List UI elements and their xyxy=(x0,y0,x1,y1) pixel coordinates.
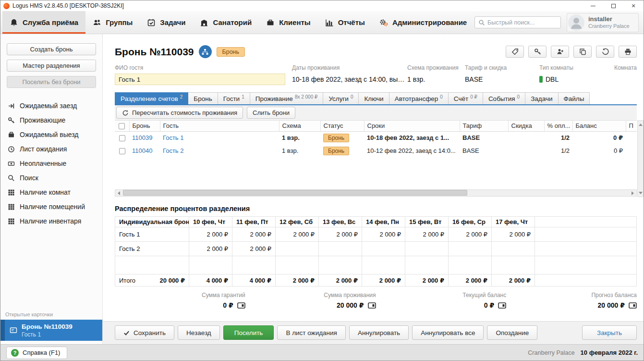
close-button[interactable]: × xyxy=(623,0,644,11)
col-header-notes[interactable]: П xyxy=(626,121,637,131)
scrollbar-track[interactable] xyxy=(122,190,629,196)
open-card-booking-110039[interactable]: Бронь №110039 Гость 1 xyxy=(0,320,102,341)
cancel-all-button[interactable]: Аннулировать все xyxy=(412,325,484,340)
search-input[interactable] xyxy=(487,19,557,26)
person-add-icon xyxy=(557,48,564,55)
keys-button[interactable] xyxy=(528,46,547,58)
save-button[interactable]: Сохранить xyxy=(115,325,174,340)
sidebar-item-waiting-list[interactable]: Лист ожидания xyxy=(0,142,102,156)
nav-item-groups[interactable]: Группы xyxy=(85,11,140,34)
guest-link[interactable]: Гость 2 xyxy=(163,147,183,154)
grid-icon xyxy=(8,218,15,225)
nav-item-clients[interactable]: Клиенты xyxy=(259,11,317,34)
nav-item-front-office[interactable]: Служба приёма xyxy=(2,11,85,34)
col-header-status[interactable]: Статус xyxy=(320,121,364,131)
col-header-dates[interactable]: Сроки xyxy=(364,121,460,131)
print-button[interactable] xyxy=(619,46,637,58)
grid-icon xyxy=(8,189,15,196)
row-checkbox[interactable] xyxy=(119,135,125,141)
tab-keys[interactable]: Ключи xyxy=(358,92,389,104)
select-all-checkbox[interactable] xyxy=(119,123,125,129)
cancel-button[interactable]: Аннулировать xyxy=(349,325,409,340)
col-header-booking[interactable]: Бронь xyxy=(129,121,160,131)
tag-button[interactable] xyxy=(506,46,524,58)
split-wizard-button[interactable]: Мастер разделения xyxy=(7,60,96,72)
history-button[interactable] xyxy=(596,46,614,58)
booking-number-link[interactable]: 110039 xyxy=(132,134,152,141)
sidebar-item-search[interactable]: Поиск xyxy=(0,171,102,185)
sidebar-item-inventory-availability[interactable]: Наличие инвентаря xyxy=(0,214,102,228)
room-label: Комната xyxy=(614,64,637,71)
booking-number-link[interactable]: 110040 xyxy=(132,147,152,154)
tab-guests[interactable]: Гости1 xyxy=(218,92,250,104)
merge-bookings-button[interactable]: Слить брони xyxy=(247,107,295,119)
tab-services[interactable]: Услуги0 xyxy=(323,92,359,104)
check-in-button[interactable]: Поселить xyxy=(223,325,274,340)
sidebar-item-inhouse[interactable]: Проживающие xyxy=(0,113,102,127)
horizontal-scrollbar[interactable] xyxy=(115,189,637,197)
tab-events[interactable]: События0 xyxy=(483,92,525,104)
tab-autotransfer[interactable]: Автотрансфер0 xyxy=(389,92,449,104)
select-all-cell xyxy=(115,121,129,131)
col-header-balance[interactable]: Баланс xyxy=(572,121,626,131)
scroll-up-button[interactable] xyxy=(638,122,643,127)
tab-accommodation[interactable]: Проживание8х 2 000 ₽ xyxy=(250,92,324,104)
nav-item-sanatorium[interactable]: Санаторий xyxy=(193,11,259,34)
minimize-button[interactable] xyxy=(583,0,603,11)
col-header-tariff[interactable]: Тариф xyxy=(460,121,508,131)
calendar-check-icon xyxy=(147,18,156,27)
col-header-scheme[interactable]: Схема xyxy=(279,121,320,131)
sidebar-item-expected-arrival[interactable]: Ожидаемый заезд xyxy=(0,99,102,113)
table-row[interactable]: 110040 Гость 2 1 взр. Бронь 10-12 фев 20… xyxy=(115,144,637,157)
col-header-paid-pct[interactable]: % опл... xyxy=(544,121,572,131)
room-field[interactable]: Комната xyxy=(611,64,637,85)
tab-booking[interactable]: Бронь xyxy=(188,92,218,104)
guarantee-details-button[interactable] xyxy=(237,302,245,309)
accommodation-details-button[interactable] xyxy=(368,302,376,309)
scrollbar-thumb[interactable] xyxy=(123,190,467,196)
table-row[interactable]: 110039 Гость 1 1 взр. Бронь 10-18 фев 20… xyxy=(115,131,637,144)
room-type-field[interactable]: Тип комнаты DBL xyxy=(539,64,611,85)
stay-dates-field[interactable]: Даты проживания 10-18 фев 2022, заезд с … xyxy=(292,64,407,85)
scroll-left-button[interactable] xyxy=(115,190,122,196)
copy-button[interactable] xyxy=(573,46,592,58)
scroll-right-button[interactable] xyxy=(629,190,636,196)
no-show-button[interactable]: Незаезд xyxy=(178,325,220,340)
nav-item-reports[interactable]: Отчёты xyxy=(318,11,372,34)
user-menu[interactable]: installer Cranberry Palace xyxy=(567,13,639,32)
col-header-discount[interactable]: Скидка xyxy=(508,121,544,131)
guest-link[interactable]: Гость 1 xyxy=(163,134,183,141)
close-card-button[interactable]: Закрыть xyxy=(582,325,637,340)
create-booking-button[interactable]: Создать бронь xyxy=(7,43,96,55)
tab-bill-split[interactable]: Разделение счетов2 xyxy=(115,92,188,104)
maximize-button[interactable] xyxy=(603,0,623,11)
checkin-without-booking-button[interactable]: Поселить без брони xyxy=(7,76,96,88)
scroll-down-button[interactable] xyxy=(638,190,643,195)
recalculate-cost-button[interactable]: Пересчитать стоимость проживания xyxy=(116,107,243,119)
vertical-scrollbar[interactable] xyxy=(637,120,644,197)
row-checkbox[interactable] xyxy=(119,148,125,154)
action-bar: Сохранить Незаезд Поселить В лист ожидан… xyxy=(103,321,644,344)
sidebar-item-expected-departure[interactable]: Ожидаемый выезд xyxy=(0,127,102,142)
col-header-guest[interactable]: Гость xyxy=(160,121,279,131)
current-balance-details-button[interactable] xyxy=(498,302,506,309)
sidebar-item-premises-availability[interactable]: Наличие помещений xyxy=(0,199,102,214)
guest-name-input[interactable] xyxy=(115,74,285,85)
sidebar-item-unpaid[interactable]: Неоплаченные xyxy=(0,156,102,171)
copy-icon xyxy=(579,48,586,55)
waiting-list-button[interactable]: В лист ожидания xyxy=(277,325,345,340)
nav-item-administration[interactable]: Администрирование xyxy=(372,11,474,34)
stay-scheme-field[interactable]: Схема проживания 1 взр. xyxy=(407,64,465,85)
late-button[interactable]: Опоздание xyxy=(487,325,537,340)
help-button[interactable]: ? Справка (F1) xyxy=(6,347,67,359)
help-icon: ? xyxy=(11,349,19,357)
nav-item-tasks[interactable]: Задачи xyxy=(140,11,193,34)
tab-files[interactable]: Файлы xyxy=(558,92,590,104)
tab-tasks[interactable]: Задачи xyxy=(525,92,558,104)
sidebar-item-room-availability[interactable]: Наличие комнат xyxy=(0,185,102,199)
add-guest-button[interactable] xyxy=(551,46,569,58)
tariff-field[interactable]: Тариф и скидка BASE xyxy=(465,64,539,85)
tab-invoice[interactable]: Счёт0 ₽ xyxy=(448,92,483,104)
forecast-balance-details-button[interactable] xyxy=(629,302,637,309)
tag-icon xyxy=(511,48,519,55)
